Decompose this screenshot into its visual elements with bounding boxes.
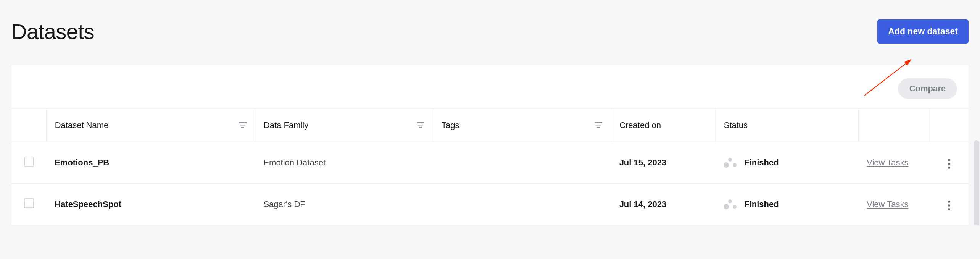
view-tasks-link[interactable]: View Tasks (867, 158, 908, 167)
svg-rect-4 (418, 125, 423, 125)
svg-rect-6 (595, 122, 602, 123)
compare-button[interactable]: Compare (898, 78, 957, 99)
created-on-cell: Jul 14, 2023 (611, 184, 716, 225)
filter-icon[interactable] (239, 122, 247, 128)
status-text: Finished (744, 158, 779, 168)
kebab-menu-icon[interactable] (945, 197, 953, 214)
column-header-created[interactable]: Created on (611, 109, 716, 142)
table-row[interactable]: HateSpeechSpot Sagar's DF Jul 14, 2023 F… (11, 184, 969, 225)
svg-rect-3 (417, 122, 424, 123)
column-header-family-label: Data Family (264, 120, 308, 130)
table-row[interactable]: Emotions_PB Emotion Dataset Jul 15, 2023… (11, 142, 969, 184)
status-cell-wrapper: Finished (715, 184, 858, 225)
svg-rect-7 (596, 125, 601, 125)
column-header-menu (930, 109, 969, 142)
row-checkbox[interactable] (24, 157, 34, 167)
status-dots-icon (724, 158, 737, 168)
view-tasks-link[interactable]: View Tasks (867, 199, 908, 209)
column-header-status[interactable]: Status (715, 109, 858, 142)
column-header-tags[interactable]: Tags (433, 109, 611, 142)
svg-rect-1 (240, 125, 245, 125)
column-header-name-label: Dataset Name (55, 120, 109, 130)
column-header-tags-label: Tags (442, 120, 459, 130)
column-header-name[interactable]: Dataset Name (46, 109, 255, 142)
status-dots-icon (724, 199, 737, 209)
column-header-status-label: Status (724, 120, 748, 130)
scrollbar-track[interactable] (974, 140, 979, 225)
add-new-dataset-button[interactable]: Add new dataset (877, 19, 969, 44)
svg-rect-5 (419, 127, 422, 128)
column-header-select (11, 109, 46, 142)
filter-icon[interactable] (595, 122, 602, 128)
svg-rect-0 (239, 122, 247, 123)
status-text: Finished (744, 199, 779, 209)
svg-rect-2 (241, 127, 244, 128)
column-header-action (858, 109, 930, 142)
row-checkbox[interactable] (24, 198, 34, 208)
created-on-cell: Jul 15, 2023 (611, 142, 716, 184)
data-family-cell: Sagar's DF (255, 184, 433, 225)
kebab-menu-icon[interactable] (945, 156, 953, 172)
column-header-created-label: Created on (619, 120, 661, 130)
datasets-table: Dataset Name Data Family Tags (11, 108, 969, 225)
column-header-family[interactable]: Data Family (255, 109, 433, 142)
dataset-name-cell: Emotions_PB (46, 142, 255, 184)
status-cell-wrapper: Finished (715, 142, 858, 184)
page-title: Datasets (11, 19, 94, 44)
svg-rect-8 (597, 127, 600, 128)
dataset-name-cell: HateSpeechSpot (46, 184, 255, 225)
tags-cell (433, 142, 611, 184)
filter-icon[interactable] (417, 122, 424, 128)
datasets-table-card: Compare Dataset Name (11, 65, 969, 225)
tags-cell (433, 184, 611, 225)
data-family-cell: Emotion Dataset (255, 142, 433, 184)
